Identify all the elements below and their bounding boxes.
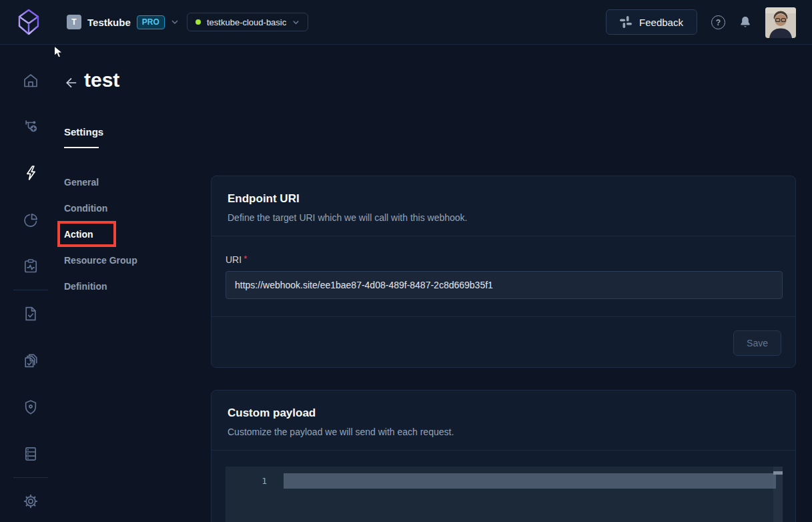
server-icon[interactable] [22,445,39,463]
endpoint-card-title: Endpoint URI [228,192,779,206]
notification-bell-icon[interactable] [739,15,752,29]
org-avatar: T [67,15,81,29]
endpoint-card-body: URI* [212,236,795,316]
pie-chart-icon[interactable] [22,212,39,229]
shield-gear-icon[interactable] [22,399,39,416]
payload-card-title: Custom payload [228,407,779,420]
editor-scrollbar[interactable] [773,467,783,522]
home-icon[interactable] [22,72,39,89]
slack-icon [620,16,632,28]
subnav-item-resource-group[interactable]: Resource Group [64,247,191,273]
payload-code-editor[interactable]: 1 [226,467,783,522]
environment-selector[interactable]: testkube-cloud-basic [187,13,308,31]
tab-active-underline [64,147,99,148]
subnav-item-general[interactable]: General [64,169,191,195]
lightning-icon[interactable] [22,164,39,182]
org-switcher[interactable]: T Testkube PRO [67,8,179,36]
workflow-add-icon[interactable] [22,117,39,135]
user-avatar[interactable] [765,7,796,38]
subnav-item-condition[interactable]: Condition [64,195,191,221]
editor-line-number: 1 [226,473,267,489]
documents-check-icon[interactable] [22,352,39,369]
endpoint-card-header: Endpoint URI Define the target URI which… [212,176,795,236]
chevron-down-icon [171,18,179,26]
feedback-label: Feedback [639,17,683,28]
gear-icon[interactable] [22,493,39,510]
env-name: testkube-cloud-basic [207,17,286,27]
save-button[interactable]: Save [733,330,781,356]
endpoint-card-description: Define the target URI which we will call… [228,212,779,223]
sidebar [0,45,61,522]
sidebar-divider [13,290,48,290]
payload-card-body: 1 [212,451,795,522]
custom-payload-card: Custom payload Customize the payload we … [211,390,796,522]
uri-field-label: URI [226,254,242,265]
editor-scrollbar-thumb[interactable] [773,471,783,475]
sidebar-divider [13,477,48,478]
clipboard-pulse-icon[interactable] [22,258,39,275]
top-bar: T Testkube PRO testkube-cloud-basic Feed… [0,0,812,45]
subnav-item-definition[interactable]: Definition [64,273,191,299]
editor-current-line-highlight [284,473,776,489]
arrow-left-icon [64,75,79,90]
endpoint-card-footer: Save [212,317,795,368]
env-status-dot-icon [195,19,201,25]
org-name: Testkube [87,17,131,28]
page-title: test [84,69,119,91]
feedback-button[interactable]: Feedback [606,9,697,35]
uri-input[interactable] [226,271,783,299]
help-icon[interactable]: ? [711,15,725,29]
settings-subnav: General Condition Action Resource Group … [64,169,191,299]
tab-settings[interactable]: Settings [64,126,103,138]
payload-card-header: Custom payload Customize the payload we … [212,390,795,450]
document-check-icon[interactable] [22,305,39,322]
subnav-item-action[interactable]: Action [64,221,191,247]
chevron-down-icon [292,19,300,26]
back-button[interactable] [64,75,79,90]
endpoint-uri-card: Endpoint URI Define the target URI which… [211,176,796,368]
testkube-logo-icon[interactable] [16,8,41,36]
payload-card-description: Customize the payload we will send with … [228,427,779,437]
help-glyph: ? [716,18,721,27]
required-asterisk: * [244,254,247,264]
pro-badge: PRO [137,15,165,29]
